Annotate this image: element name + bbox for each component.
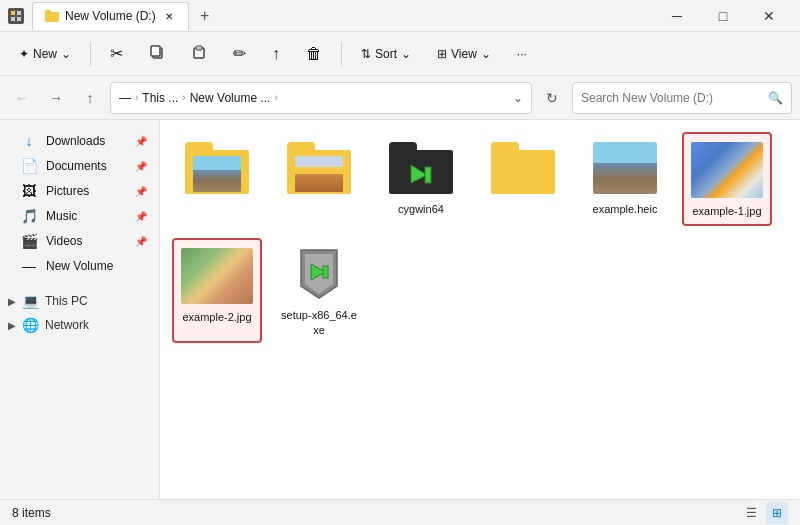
svg-rect-9 bbox=[196, 46, 202, 50]
view-arrow-icon: ⌄ bbox=[481, 47, 491, 61]
list-view-button[interactable]: ☰ bbox=[740, 502, 762, 524]
exe-svg bbox=[293, 246, 345, 302]
sidebar-group-network[interactable]: ▶ 🌐 Network bbox=[0, 311, 159, 335]
sidebar-label-videos: Videos bbox=[46, 234, 127, 248]
pin-icon-music: 📌 bbox=[135, 211, 147, 222]
pin-icon-documents: 📌 bbox=[135, 161, 147, 172]
share-icon: ↑ bbox=[272, 45, 280, 63]
folder3-body bbox=[491, 150, 555, 194]
paste-svg bbox=[191, 44, 207, 60]
sort-label: Sort bbox=[375, 47, 397, 61]
sidebar-label-newvolume: New Volume bbox=[46, 259, 147, 273]
share-button[interactable]: ↑ bbox=[261, 38, 291, 70]
sort-button[interactable]: ⇅ Sort ⌄ bbox=[350, 40, 422, 68]
sidebar-label-pictures: Pictures bbox=[46, 184, 127, 198]
folder1-icon bbox=[185, 142, 249, 194]
rename-button[interactable]: ✏ bbox=[222, 37, 257, 70]
heic-icon-container bbox=[589, 138, 661, 198]
documents-icon: 📄 bbox=[20, 158, 38, 174]
list-item[interactable]: example-1.jpg bbox=[682, 132, 772, 226]
sidebar-item-music[interactable]: 🎵 Music 📌 bbox=[4, 204, 155, 228]
window-controls: ─ □ ✕ bbox=[654, 0, 792, 32]
paste-button[interactable] bbox=[180, 37, 218, 71]
rename-icon: ✏ bbox=[233, 44, 246, 63]
sidebar-item-documents[interactable]: 📄 Documents 📌 bbox=[4, 154, 155, 178]
jpg2-icon-container bbox=[181, 246, 253, 306]
breadcrumb-this-pc[interactable]: This ... bbox=[142, 91, 178, 105]
svg-rect-5 bbox=[45, 10, 51, 14]
active-tab[interactable]: New Volume (D:) ✕ bbox=[32, 2, 189, 30]
sidebar: ↓ Downloads 📌 📄 Documents 📌 🖼 Pictures 📌… bbox=[0, 120, 160, 499]
download-icon: ↓ bbox=[20, 133, 38, 149]
item-count: 8 bbox=[12, 506, 19, 520]
copy-button[interactable] bbox=[138, 37, 176, 71]
up-button[interactable]: ↑ bbox=[76, 84, 104, 112]
folder2-icon-container bbox=[283, 138, 355, 198]
list-item[interactable]: example.heic bbox=[580, 132, 670, 226]
back-button[interactable]: ← bbox=[8, 84, 36, 112]
new-label: New bbox=[33, 47, 57, 61]
sidebar-item-videos[interactable]: 🎬 Videos 📌 bbox=[4, 229, 155, 253]
forward-button[interactable]: → bbox=[42, 84, 70, 112]
copy-svg bbox=[149, 44, 165, 60]
new-icon: ✦ bbox=[19, 47, 29, 61]
exe-icon-container bbox=[283, 244, 355, 304]
minimize-button[interactable]: ─ bbox=[654, 0, 700, 32]
breadcrumb-volume[interactable]: New Volume ... bbox=[190, 91, 271, 105]
list-item[interactable]: cygwin64 bbox=[376, 132, 466, 226]
breadcrumb-sep-2: › bbox=[182, 92, 185, 103]
list-item[interactable]: setup-x86_64.exe bbox=[274, 238, 364, 343]
delete-icon: 🗑 bbox=[306, 45, 322, 63]
sidebar-item-pictures[interactable]: 🖼 Pictures 📌 bbox=[4, 179, 155, 203]
thispc-expand-icon: ▶ bbox=[8, 296, 16, 307]
folder2-body bbox=[287, 150, 351, 194]
music-icon: 🎵 bbox=[20, 208, 38, 224]
pin-icon-pictures: 📌 bbox=[135, 186, 147, 197]
maximize-button[interactable]: □ bbox=[700, 0, 746, 32]
list-item[interactable] bbox=[274, 132, 364, 226]
more-button[interactable]: ··· bbox=[506, 40, 538, 68]
grid-view-button[interactable]: ⊞ bbox=[766, 502, 788, 524]
titlebar-left: New Volume (D:) ✕ + bbox=[8, 2, 217, 30]
cygwin-label: cygwin64 bbox=[398, 202, 444, 216]
sidebar-group-thispc[interactable]: ▶ 💻 This PC bbox=[0, 287, 159, 311]
titlebar-tabs: New Volume (D:) ✕ + bbox=[32, 2, 217, 30]
sidebar-label-downloads: Downloads bbox=[46, 134, 127, 148]
refresh-button[interactable]: ↻ bbox=[538, 84, 566, 112]
tab-title: New Volume (D:) bbox=[65, 9, 156, 23]
sidebar-item-downloads[interactable]: ↓ Downloads 📌 bbox=[4, 129, 155, 153]
drive-icon: — bbox=[20, 258, 38, 274]
sidebar-item-newvolume[interactable]: — New Volume bbox=[4, 254, 155, 278]
new-tab-button[interactable]: + bbox=[193, 4, 217, 28]
sidebar-label-documents: Documents bbox=[46, 159, 127, 173]
file-grid: cygwin64 example.heic bbox=[172, 132, 788, 343]
list-item[interactable] bbox=[478, 132, 568, 226]
jpg1-thumbnail bbox=[691, 142, 763, 198]
cygwin-folder-icon bbox=[389, 142, 453, 194]
heic-thumbnail bbox=[593, 142, 657, 194]
svg-rect-3 bbox=[17, 17, 21, 21]
close-button[interactable]: ✕ bbox=[746, 0, 792, 32]
folder1-icon-container bbox=[181, 138, 253, 198]
search-box[interactable]: 🔍 bbox=[572, 82, 792, 114]
breadcrumb-dropdown[interactable]: ⌄ bbox=[513, 91, 523, 105]
svg-rect-0 bbox=[11, 11, 15, 15]
folder1-body bbox=[185, 150, 249, 194]
breadcrumb[interactable]: — › This ... › New Volume ... › ⌄ bbox=[110, 82, 532, 114]
search-input[interactable] bbox=[581, 91, 762, 105]
tab-close-button[interactable]: ✕ bbox=[162, 9, 176, 23]
main-area: ↓ Downloads 📌 📄 Documents 📌 🖼 Pictures 📌… bbox=[0, 120, 800, 499]
thispc-icon: 💻 bbox=[22, 293, 39, 309]
view-label: View bbox=[451, 47, 477, 61]
copy-icon bbox=[149, 44, 165, 64]
cut-button[interactable]: ✂ bbox=[99, 37, 134, 70]
sidebar-label-thispc: This PC bbox=[45, 294, 88, 308]
view-button[interactable]: ⊞ View ⌄ bbox=[426, 40, 502, 68]
pictures-icon: 🖼 bbox=[20, 183, 38, 199]
breadcrumb-sep-3: › bbox=[274, 92, 277, 103]
list-item[interactable] bbox=[172, 132, 262, 226]
cut-icon: ✂ bbox=[110, 44, 123, 63]
new-button[interactable]: ✦ New ⌄ bbox=[8, 40, 82, 68]
list-item[interactable]: example-2.jpg bbox=[172, 238, 262, 343]
delete-button[interactable]: 🗑 bbox=[295, 38, 333, 70]
